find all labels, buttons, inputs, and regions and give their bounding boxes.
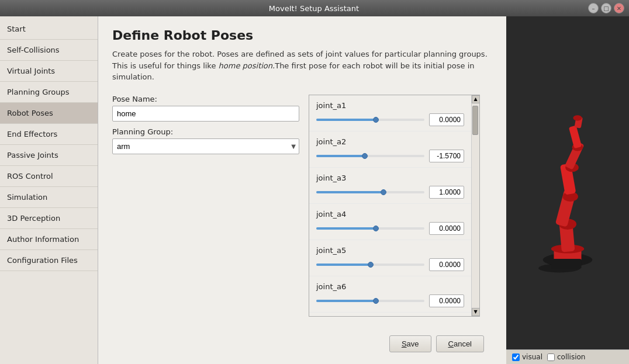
sidebar-item-self-collisions[interactable]: Self-Collisions: [0, 40, 98, 61]
slider-track: [316, 296, 424, 306]
joints-scrollbar: ▲ ▼: [471, 95, 479, 316]
joint-name: joint_a4: [316, 210, 464, 219]
robot-viewport: [506, 16, 629, 349]
slider-thumb[interactable]: [362, 153, 368, 159]
cancel-button[interactable]: Cancel: [436, 335, 484, 352]
svg-rect-15: [551, 259, 582, 269]
main-content: Define Robot Poses Create poses for the …: [98, 16, 506, 364]
joint-controls: [316, 222, 464, 235]
joint-name: joint_a6: [316, 282, 464, 291]
close-button[interactable]: ✕: [614, 3, 624, 13]
planning-group-wrapper: arm ▼: [112, 138, 299, 154]
joint-controls: [316, 113, 464, 126]
sidebar-item-configuration-files[interactable]: Configuration Files: [0, 250, 98, 271]
sidebar-item-passive-joints[interactable]: Passive Joints: [0, 145, 98, 166]
sidebar-item-end-effectors[interactable]: End Effectors: [0, 124, 98, 145]
slider-track: [316, 259, 424, 270]
joint-value-input[interactable]: [429, 186, 464, 199]
slider-bg: [316, 191, 424, 193]
slider-fill: [316, 119, 376, 121]
visual-label: visual: [522, 353, 542, 361]
joint-row: joint_a5: [309, 240, 471, 276]
visual-checkbox-label[interactable]: visual: [512, 353, 542, 361]
window-controls[interactable]: – □ ✕: [588, 3, 624, 13]
joint-row: joint_a4: [309, 204, 471, 240]
joints-panel-wrapper: joint_a1joint_a2joint_a3joint_a4joint_a5…: [309, 95, 480, 317]
joint-row: joint_a6: [309, 276, 471, 313]
joint-row: joint_a3: [309, 168, 471, 204]
sidebar: StartSelf-CollisionsVirtual JointsPlanni…: [0, 16, 98, 364]
sidebar-item-ros-control[interactable]: ROS Control: [0, 166, 98, 187]
joints-list: joint_a1joint_a2joint_a3joint_a4joint_a5…: [309, 95, 471, 316]
collision-label: collision: [557, 353, 585, 361]
scroll-area: [472, 103, 479, 308]
joint-controls: [316, 186, 464, 199]
joint-value-input[interactable]: [429, 113, 464, 126]
joint-name: joint_a1: [316, 101, 464, 110]
slider-fill: [316, 227, 376, 230]
pose-name-field: Pose Name:: [112, 95, 299, 122]
scroll-up-button[interactable]: ▲: [472, 95, 480, 103]
robot-panel: visual collision: [506, 16, 629, 364]
planning-group-label: Planning Group:: [112, 127, 299, 136]
slider-track: [316, 151, 424, 161]
app-container: StartSelf-CollisionsVirtual JointsPlanni…: [0, 16, 629, 364]
slider-fill: [316, 155, 365, 157]
joint-row: joint_a1: [309, 95, 471, 131]
slider-bg: [316, 227, 424, 230]
pose-name-label: Pose Name:: [112, 95, 299, 103]
description: Create poses for the robot. Poses are de…: [112, 48, 492, 83]
sidebar-item-virtual-joints[interactable]: Virtual Joints: [0, 61, 98, 82]
slider-bg: [316, 264, 424, 266]
collision-checkbox[interactable]: [547, 353, 555, 361]
sidebar-item-author-information[interactable]: Author Information: [0, 229, 98, 250]
svg-rect-11: [569, 125, 582, 148]
joint-row: joint_a2: [309, 131, 471, 168]
pose-name-input[interactable]: [112, 106, 299, 122]
joint-name: joint_a3: [316, 174, 464, 182]
slider-fill: [316, 264, 371, 266]
slider-track: [316, 187, 424, 197]
slider-thumb[interactable]: [373, 226, 379, 231]
joint-value-input[interactable]: [429, 294, 464, 307]
title-bar: MoveIt! Setup Assistant – □ ✕: [0, 0, 629, 16]
joint-controls: [316, 150, 464, 162]
desc-italic: home position.: [219, 61, 275, 70]
slider-fill: [316, 191, 383, 193]
planning-group-select[interactable]: arm: [112, 138, 299, 154]
app-title: MoveIt! Setup Assistant: [40, 4, 588, 13]
scroll-handle[interactable]: [472, 106, 478, 135]
joint-value-input[interactable]: [429, 222, 464, 235]
visual-checkbox[interactable]: [512, 353, 520, 361]
maximize-button[interactable]: □: [601, 3, 611, 13]
slider-bg: [316, 300, 424, 302]
sidebar-item-3d-perception[interactable]: 3D Perception: [0, 208, 98, 229]
scroll-down-button[interactable]: ▼: [472, 308, 480, 316]
slider-thumb[interactable]: [381, 189, 386, 195]
sidebar-item-planning-groups[interactable]: Planning Groups: [0, 82, 98, 103]
slider-thumb[interactable]: [368, 262, 374, 268]
save-button[interactable]: Save: [389, 335, 431, 352]
sidebar-item-simulation[interactable]: Simulation: [0, 187, 98, 208]
svg-point-13: [573, 115, 582, 120]
slider-bg: [316, 155, 424, 157]
joint-name: joint_a5: [316, 246, 464, 255]
slider-fill: [316, 300, 376, 302]
robot-svg: [515, 89, 620, 276]
slider-track: [316, 115, 424, 125]
joint-controls: [316, 294, 464, 307]
slider-track: [316, 223, 424, 234]
joint-controls: [316, 258, 464, 271]
slider-thumb[interactable]: [373, 298, 379, 304]
robot-footer: visual collision: [506, 349, 629, 364]
collision-checkbox-label[interactable]: collision: [547, 353, 585, 361]
joint-value-input[interactable]: [429, 258, 464, 271]
minimize-button[interactable]: –: [588, 3, 599, 13]
form-section: Pose Name: Planning Group: arm ▼ joint_: [112, 95, 492, 327]
joint-name: joint_a2: [316, 137, 464, 146]
sidebar-item-robot-poses[interactable]: Robot Poses: [0, 103, 98, 124]
action-bar: Save Cancel: [112, 335, 492, 352]
slider-thumb[interactable]: [373, 117, 379, 123]
sidebar-item-start[interactable]: Start: [0, 19, 98, 40]
joint-value-input[interactable]: [429, 150, 464, 162]
